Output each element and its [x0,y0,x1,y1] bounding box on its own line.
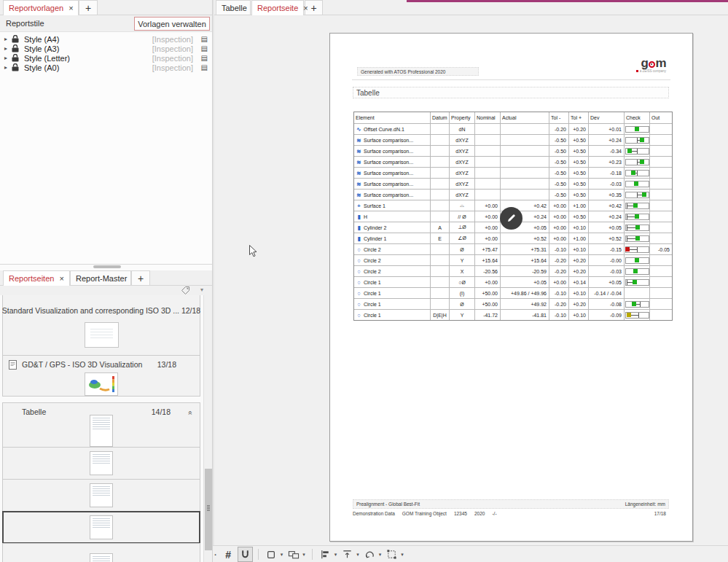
report-page-item[interactable] [2,543,200,562]
page-thumbnail[interactable] [90,451,113,475]
table-row[interactable]: ≋Surface comparison...dXYZ-0.50+0.50-0.1… [354,167,672,178]
report-page-item[interactable] [2,479,200,512]
report-page-item[interactable]: Tabelle14/18» [2,402,200,448]
report-page-item[interactable] [2,447,200,480]
cell-actual [501,190,549,200]
pencil-icon [506,213,517,224]
page-thumbnail[interactable] [90,553,113,562]
report-style-icon[interactable]: ▤ [201,54,208,62]
alignment-text: Prealignment - Global Best-Fit [356,501,420,507]
chevron-down-icon[interactable]: ▾ [281,552,283,558]
page-thumbnail[interactable] [85,372,118,396]
report-style-icon[interactable]: ▤ [201,35,208,43]
report-page[interactable]: Generated with ATOS Professional 2020 gm… [329,33,693,542]
cell-element: ▮Cylinder 1 [354,233,431,243]
table-row[interactable]: ○Circle 1D|E|HY-41.72-41.81-0.10+0.10-0.… [354,309,672,320]
table-row[interactable]: ≋Surface comparison...dXYZ-0.50+0.50-0.0… [354,178,672,189]
table-row[interactable]: ≋Surface comparison...dXYZ-0.50+0.50-0.3… [354,145,672,156]
snap-magnet-button[interactable] [238,547,253,562]
generated-with-field[interactable]: Generated with ATOS Professional 2020 [357,67,479,76]
page-thumbnail[interactable] [90,515,113,539]
snap-grid-button[interactable]: # [221,547,236,562]
style-row[interactable]: ▸Style (A0)[Inspection]▤ [0,63,212,72]
collapse-icon[interactable]: » [187,411,195,415]
table-row[interactable]: ≋Surface comparison...dXYZ-0.50+0.50+0.2… [354,134,672,145]
page-thumbnail[interactable] [90,483,113,507]
add-tab-button[interactable]: + [79,0,98,15]
table-row[interactable]: ○Circle 1○Ø+0.00+0.05+0.00+0.14+0.05 [354,276,672,287]
style-name: Style (Letter) [24,54,70,63]
chevron-down-icon[interactable]: ▾ [302,552,305,558]
page-thumbnail[interactable] [85,322,119,348]
close-icon[interactable]: × [69,4,73,12]
cell-check [625,222,650,233]
frame-layout-button[interactable] [384,547,399,562]
chevron-down-icon[interactable]: ▾ [356,552,359,558]
footer-info-item: Demonstration Data [353,511,395,516]
table-row[interactable]: ≋Surface comparison...dXYZ-0.50+0.50+0.3… [354,189,672,200]
undo-rotate-button[interactable] [362,547,377,562]
tab-report-master[interactable]: Report-Master [70,270,131,285]
expand-chevron-icon[interactable]: ▸ [4,55,12,61]
column-header: Out [650,112,672,123]
cell-dev: -0.15 [589,244,625,254]
expand-chevron-icon[interactable]: ▸ [4,45,12,52]
cell-check [625,288,650,298]
expand-chevron-icon[interactable]: ▸ [4,64,12,71]
close-icon[interactable]: × [59,274,63,283]
check-bar [625,126,649,133]
table-row[interactable]: ○Circle 2Y+15.64+15.64-0.20+0.20-0.00 [354,254,672,265]
toolbar-overflow-dot[interactable]: · [214,550,217,559]
gom-report-editor-window: { "icons": {"close":"×","plus":"+","care… [0,0,728,562]
table-row[interactable]: ○Circle 2Ø+75.47+75.31-0.10+0.10-0.15-0.… [354,243,672,254]
expand-chevron-icon[interactable]: ▸ [4,36,12,42]
edit-pencil-button[interactable] [500,207,522,230]
table-row[interactable]: ≋Surface comparison...dXYZ-0.50+0.50+0.2… [354,156,672,167]
style-row[interactable]: ▸Style (Letter)[Inspection]▤ [0,53,212,63]
cell-nominal: +0.00 [475,200,501,211]
report-style-icon[interactable]: ▤ [201,44,208,52]
cell-dev: +0.05 [589,277,625,287]
style-row[interactable]: ▸Style (A3)[Inspection]▤ [0,44,212,53]
page-thumbnail[interactable] [90,415,113,447]
table-row[interactable]: ○Circle 2X-20.56-20.59-0.20+0.20-0.03 [354,265,672,276]
report-style-icon[interactable]: ▤ [201,63,208,71]
table-row[interactable]: ∿Offset Curve.dN.1dN-0.20+0.20+0.01 [354,123,672,134]
footer-alignment-field[interactable]: Prealignment - Global Best-Fit Längenein… [353,499,669,509]
tab-reportseiten[interactable]: Reportseiten × [3,270,70,286]
horizontal-scrollbar[interactable] [93,265,121,268]
align-objects-button[interactable] [318,547,333,562]
style-row[interactable]: ▸Style (A4)[Inspection]▤ [0,34,212,44]
cell-out [650,233,672,243]
scrollbar-thumb[interactable] [205,469,212,550]
tab-reportvorlagen[interactable]: Reportvorlagen × [3,0,79,15]
report-page-item[interactable]: GD&T / GPS - ISO 3D Visualization13/18 [2,355,200,397]
cell-tol-minus: +0.00 [549,222,569,233]
chevron-down-icon[interactable]: ▾ [200,286,203,293]
close-icon[interactable]: × [303,4,308,12]
cell-nominal: +75.47 [475,244,501,254]
chevron-down-icon[interactable]: ▾ [334,552,337,558]
check-marker [627,149,632,153]
align-top-button[interactable] [340,547,355,562]
tab-reportseite[interactable]: Reportseite × [251,0,304,15]
tab-tabelle[interactable]: Tabelle [216,0,251,15]
chevron-down-icon[interactable]: ▾ [379,552,382,558]
report-page-item[interactable] [2,511,200,544]
report-page-item[interactable]: Standard Visualization and corresponding… [2,295,200,356]
gom-logo-subtitle: a ZEISS company [622,69,666,73]
table-row[interactable]: ▮Cylinder 1E∠Ø+0.00+0.52+0.00+1.00+0.52 [354,233,672,243]
style-name: Style (A0) [24,63,59,72]
insert-image-button[interactable] [286,547,301,562]
cell-check [625,277,650,287]
table-row[interactable]: ○Circle 1Ø+50.00+49.92-0.20+0.20-0.08 [354,298,672,309]
table-row[interactable]: ○Circle 1(I)+50.00+49.86 / +49.96-0.10+0… [354,287,672,298]
cell-tol-plus: +0.20 [569,255,589,265]
chevron-down-icon[interactable]: ▾ [401,552,404,558]
footer-info-row: Demonstration Data GOM Training Object 1… [353,510,669,518]
lock-icon [12,35,21,43]
insert-shape-button[interactable] [264,547,279,562]
manage-templates-button[interactable]: Vorlagen verwalten [134,17,210,31]
page-title-field[interactable]: Tabelle [353,87,669,98]
add-page-tab-button[interactable]: + [131,270,150,285]
